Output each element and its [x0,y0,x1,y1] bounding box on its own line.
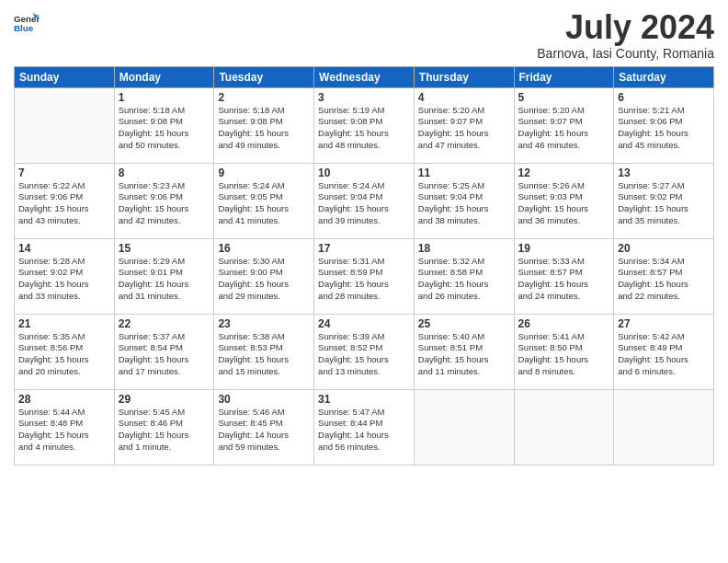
cell-info: Sunrise: 5:39 AM Sunset: 8:52 PM Dayligh… [318,331,410,378]
calendar-cell: 14Sunrise: 5:28 AM Sunset: 9:02 PM Dayli… [15,238,115,314]
weekday-header-friday: Friday [514,66,614,87]
cell-info: Sunrise: 5:19 AM Sunset: 9:08 PM Dayligh… [318,105,410,152]
calendar-cell: 24Sunrise: 5:39 AM Sunset: 8:52 PM Dayli… [314,314,415,389]
day-number: 29 [119,393,210,406]
cell-info: Sunrise: 5:37 AM Sunset: 8:54 PM Dayligh… [119,331,210,378]
calendar-cell [514,389,614,465]
day-number: 11 [418,167,510,179]
day-number: 3 [318,91,410,104]
calendar-week-row: 1Sunrise: 5:18 AM Sunset: 9:08 PM Daylig… [15,87,714,163]
calendar-cell [614,389,714,465]
day-number: 10 [318,167,410,179]
calendar-cell: 25Sunrise: 5:40 AM Sunset: 8:51 PM Dayli… [414,314,514,389]
cell-info: Sunrise: 5:34 AM Sunset: 8:57 PM Dayligh… [618,256,710,303]
cell-info: Sunrise: 5:29 AM Sunset: 9:01 PM Dayligh… [119,256,210,303]
day-number: 13 [618,167,710,179]
day-number: 7 [18,167,110,179]
day-number: 6 [618,91,710,104]
calendar-week-row: 28Sunrise: 5:44 AM Sunset: 8:48 PM Dayli… [15,389,714,465]
day-number: 20 [618,242,710,255]
logo-icon: General Blue [14,9,40,35]
calendar-cell: 20Sunrise: 5:34 AM Sunset: 8:57 PM Dayli… [614,238,714,314]
calendar-cell: 17Sunrise: 5:31 AM Sunset: 8:59 PM Dayli… [314,238,415,314]
calendar-table: SundayMondayTuesdayWednesdayThursdayFrid… [14,66,714,465]
calendar-week-row: 7Sunrise: 5:22 AM Sunset: 9:06 PM Daylig… [15,163,714,238]
cell-info: Sunrise: 5:41 AM Sunset: 8:50 PM Dayligh… [518,331,610,378]
month-year-title: July 2024 [537,9,714,46]
calendar-cell: 6Sunrise: 5:21 AM Sunset: 9:06 PM Daylig… [614,87,714,163]
calendar-cell: 3Sunrise: 5:19 AM Sunset: 9:08 PM Daylig… [314,87,415,163]
calendar-cell: 28Sunrise: 5:44 AM Sunset: 8:48 PM Dayli… [15,389,115,465]
calendar-cell: 27Sunrise: 5:42 AM Sunset: 8:49 PM Dayli… [614,314,714,389]
calendar-cell: 4Sunrise: 5:20 AM Sunset: 9:07 PM Daylig… [414,87,514,163]
cell-info: Sunrise: 5:26 AM Sunset: 9:03 PM Dayligh… [518,180,610,227]
weekday-header-wednesday: Wednesday [314,66,415,87]
cell-info: Sunrise: 5:21 AM Sunset: 9:06 PM Dayligh… [618,105,710,152]
cell-info: Sunrise: 5:47 AM Sunset: 8:44 PM Dayligh… [318,407,410,454]
day-number: 25 [418,317,510,330]
calendar-page: General Blue July 2024 Barnova, Iasi Cou… [0,0,728,563]
day-number: 2 [218,91,310,104]
cell-info: Sunrise: 5:42 AM Sunset: 8:49 PM Dayligh… [618,331,710,378]
weekday-header-monday: Monday [114,66,214,87]
cell-info: Sunrise: 5:33 AM Sunset: 8:57 PM Dayligh… [518,256,610,303]
calendar-cell: 30Sunrise: 5:46 AM Sunset: 8:45 PM Dayli… [214,389,314,465]
calendar-cell: 9Sunrise: 5:24 AM Sunset: 9:05 PM Daylig… [214,163,314,238]
day-number: 24 [318,317,410,330]
day-number: 16 [218,242,310,255]
calendar-cell: 18Sunrise: 5:32 AM Sunset: 8:58 PM Dayli… [414,238,514,314]
day-number: 12 [518,167,610,179]
cell-info: Sunrise: 5:20 AM Sunset: 9:07 PM Dayligh… [418,105,510,152]
cell-info: Sunrise: 5:18 AM Sunset: 9:08 PM Dayligh… [119,105,210,152]
calendar-cell: 12Sunrise: 5:26 AM Sunset: 9:03 PM Dayli… [514,163,614,238]
calendar-cell: 2Sunrise: 5:18 AM Sunset: 9:08 PM Daylig… [214,87,314,163]
cell-info: Sunrise: 5:38 AM Sunset: 8:53 PM Dayligh… [218,331,310,378]
header: General Blue July 2024 Barnova, Iasi Cou… [14,9,714,61]
cell-info: Sunrise: 5:30 AM Sunset: 9:00 PM Dayligh… [218,256,310,303]
cell-info: Sunrise: 5:31 AM Sunset: 8:59 PM Dayligh… [318,256,410,303]
cell-info: Sunrise: 5:25 AM Sunset: 9:04 PM Dayligh… [418,180,510,227]
day-number: 8 [119,167,210,179]
cell-info: Sunrise: 5:24 AM Sunset: 9:04 PM Dayligh… [318,180,410,227]
calendar-cell: 15Sunrise: 5:29 AM Sunset: 9:01 PM Dayli… [114,238,214,314]
svg-text:Blue: Blue [14,23,34,33]
day-number: 31 [318,393,410,406]
calendar-cell: 5Sunrise: 5:20 AM Sunset: 9:07 PM Daylig… [514,87,614,163]
calendar-week-row: 14Sunrise: 5:28 AM Sunset: 9:02 PM Dayli… [15,238,714,314]
calendar-cell [414,389,514,465]
day-number: 26 [518,317,610,330]
calendar-cell [15,87,115,163]
day-number: 4 [418,91,510,104]
day-number: 22 [119,317,210,330]
day-number: 30 [218,393,310,406]
cell-info: Sunrise: 5:44 AM Sunset: 8:48 PM Dayligh… [18,407,110,454]
day-number: 19 [518,242,610,255]
location-subtitle: Barnova, Iasi County, Romania [537,46,714,61]
cell-info: Sunrise: 5:22 AM Sunset: 9:06 PM Dayligh… [18,180,110,227]
day-number: 14 [18,242,110,255]
cell-info: Sunrise: 5:28 AM Sunset: 9:02 PM Dayligh… [18,256,110,303]
cell-info: Sunrise: 5:18 AM Sunset: 9:08 PM Dayligh… [218,105,310,152]
cell-info: Sunrise: 5:35 AM Sunset: 8:56 PM Dayligh… [18,331,110,378]
day-number: 15 [119,242,210,255]
calendar-cell: 8Sunrise: 5:23 AM Sunset: 9:06 PM Daylig… [114,163,214,238]
day-number: 1 [119,91,210,104]
weekday-header-thursday: Thursday [414,66,514,87]
calendar-cell: 22Sunrise: 5:37 AM Sunset: 8:54 PM Dayli… [114,314,214,389]
calendar-cell: 16Sunrise: 5:30 AM Sunset: 9:00 PM Dayli… [214,238,314,314]
logo: General Blue [14,9,40,35]
calendar-cell: 11Sunrise: 5:25 AM Sunset: 9:04 PM Dayli… [414,163,514,238]
calendar-cell: 21Sunrise: 5:35 AM Sunset: 8:56 PM Dayli… [15,314,115,389]
calendar-cell: 23Sunrise: 5:38 AM Sunset: 8:53 PM Dayli… [214,314,314,389]
cell-info: Sunrise: 5:32 AM Sunset: 8:58 PM Dayligh… [418,256,510,303]
weekday-header-tuesday: Tuesday [214,66,314,87]
calendar-cell: 19Sunrise: 5:33 AM Sunset: 8:57 PM Dayli… [514,238,614,314]
calendar-cell: 13Sunrise: 5:27 AM Sunset: 9:02 PM Dayli… [614,163,714,238]
day-number: 23 [218,317,310,330]
day-number: 27 [618,317,710,330]
cell-info: Sunrise: 5:23 AM Sunset: 9:06 PM Dayligh… [119,180,210,227]
calendar-cell: 7Sunrise: 5:22 AM Sunset: 9:06 PM Daylig… [15,163,115,238]
day-number: 21 [18,317,110,330]
cell-info: Sunrise: 5:46 AM Sunset: 8:45 PM Dayligh… [218,407,310,454]
weekday-header-sunday: Sunday [15,66,115,87]
